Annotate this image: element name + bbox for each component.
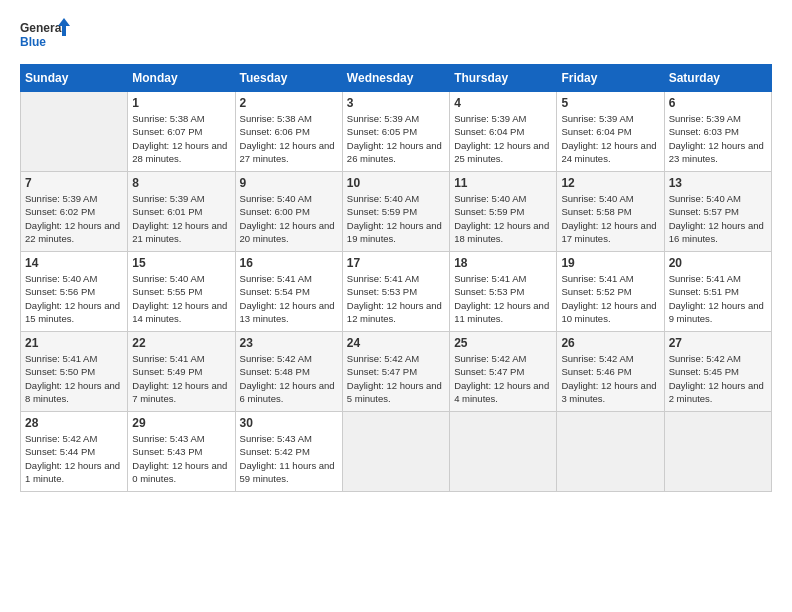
calendar-cell: 9Sunrise: 5:40 AM Sunset: 6:00 PM Daylig… [235,172,342,252]
calendar-cell: 12Sunrise: 5:40 AM Sunset: 5:58 PM Dayli… [557,172,664,252]
calendar-body: 1Sunrise: 5:38 AM Sunset: 6:07 PM Daylig… [21,92,772,492]
calendar-cell: 26Sunrise: 5:42 AM Sunset: 5:46 PM Dayli… [557,332,664,412]
calendar-cell [450,412,557,492]
day-info: Sunrise: 5:40 AM Sunset: 6:00 PM Dayligh… [240,192,338,245]
calendar-cell: 10Sunrise: 5:40 AM Sunset: 5:59 PM Dayli… [342,172,449,252]
day-number: 16 [240,256,338,270]
day-of-week-header: Wednesday [342,65,449,92]
calendar-week-row: 14Sunrise: 5:40 AM Sunset: 5:56 PM Dayli… [21,252,772,332]
days-of-week-row: SundayMondayTuesdayWednesdayThursdayFrid… [21,65,772,92]
day-info: Sunrise: 5:39 AM Sunset: 6:01 PM Dayligh… [132,192,230,245]
svg-text:General: General [20,21,65,35]
calendar-cell: 23Sunrise: 5:42 AM Sunset: 5:48 PM Dayli… [235,332,342,412]
day-info: Sunrise: 5:40 AM Sunset: 5:59 PM Dayligh… [347,192,445,245]
day-number: 7 [25,176,123,190]
calendar-cell: 15Sunrise: 5:40 AM Sunset: 5:55 PM Dayli… [128,252,235,332]
day-info: Sunrise: 5:39 AM Sunset: 6:05 PM Dayligh… [347,112,445,165]
calendar-cell: 14Sunrise: 5:40 AM Sunset: 5:56 PM Dayli… [21,252,128,332]
day-info: Sunrise: 5:42 AM Sunset: 5:47 PM Dayligh… [454,352,552,405]
calendar-cell: 5Sunrise: 5:39 AM Sunset: 6:04 PM Daylig… [557,92,664,172]
calendar-cell [342,412,449,492]
day-number: 10 [347,176,445,190]
day-info: Sunrise: 5:38 AM Sunset: 6:07 PM Dayligh… [132,112,230,165]
calendar-table: SundayMondayTuesdayWednesdayThursdayFrid… [20,64,772,492]
calendar-cell: 30Sunrise: 5:43 AM Sunset: 5:42 PM Dayli… [235,412,342,492]
day-of-week-header: Sunday [21,65,128,92]
day-info: Sunrise: 5:41 AM Sunset: 5:50 PM Dayligh… [25,352,123,405]
calendar-week-row: 21Sunrise: 5:41 AM Sunset: 5:50 PM Dayli… [21,332,772,412]
calendar-cell [21,92,128,172]
logo: General Blue [20,16,70,54]
day-info: Sunrise: 5:43 AM Sunset: 5:42 PM Dayligh… [240,432,338,485]
calendar-cell: 29Sunrise: 5:43 AM Sunset: 5:43 PM Dayli… [128,412,235,492]
day-info: Sunrise: 5:38 AM Sunset: 6:06 PM Dayligh… [240,112,338,165]
day-number: 15 [132,256,230,270]
calendar-cell: 27Sunrise: 5:42 AM Sunset: 5:45 PM Dayli… [664,332,771,412]
day-of-week-header: Thursday [450,65,557,92]
calendar-cell: 2Sunrise: 5:38 AM Sunset: 6:06 PM Daylig… [235,92,342,172]
day-number: 25 [454,336,552,350]
day-number: 24 [347,336,445,350]
day-info: Sunrise: 5:41 AM Sunset: 5:52 PM Dayligh… [561,272,659,325]
day-info: Sunrise: 5:39 AM Sunset: 6:04 PM Dayligh… [454,112,552,165]
calendar-cell: 20Sunrise: 5:41 AM Sunset: 5:51 PM Dayli… [664,252,771,332]
calendar-cell: 3Sunrise: 5:39 AM Sunset: 6:05 PM Daylig… [342,92,449,172]
day-info: Sunrise: 5:40 AM Sunset: 5:57 PM Dayligh… [669,192,767,245]
calendar-cell: 25Sunrise: 5:42 AM Sunset: 5:47 PM Dayli… [450,332,557,412]
day-number: 18 [454,256,552,270]
day-number: 3 [347,96,445,110]
calendar-header: SundayMondayTuesdayWednesdayThursdayFrid… [21,65,772,92]
calendar-cell: 1Sunrise: 5:38 AM Sunset: 6:07 PM Daylig… [128,92,235,172]
day-of-week-header: Tuesday [235,65,342,92]
day-number: 8 [132,176,230,190]
day-info: Sunrise: 5:40 AM Sunset: 5:55 PM Dayligh… [132,272,230,325]
day-info: Sunrise: 5:39 AM Sunset: 6:04 PM Dayligh… [561,112,659,165]
logo-svg: General Blue [20,16,70,54]
day-number: 1 [132,96,230,110]
day-info: Sunrise: 5:39 AM Sunset: 6:02 PM Dayligh… [25,192,123,245]
day-info: Sunrise: 5:43 AM Sunset: 5:43 PM Dayligh… [132,432,230,485]
day-number: 23 [240,336,338,350]
calendar-cell: 28Sunrise: 5:42 AM Sunset: 5:44 PM Dayli… [21,412,128,492]
calendar-cell: 18Sunrise: 5:41 AM Sunset: 5:53 PM Dayli… [450,252,557,332]
day-number: 12 [561,176,659,190]
calendar-week-row: 1Sunrise: 5:38 AM Sunset: 6:07 PM Daylig… [21,92,772,172]
day-number: 28 [25,416,123,430]
day-number: 30 [240,416,338,430]
calendar-cell: 13Sunrise: 5:40 AM Sunset: 5:57 PM Dayli… [664,172,771,252]
calendar-cell [557,412,664,492]
day-number: 4 [454,96,552,110]
day-info: Sunrise: 5:40 AM Sunset: 5:58 PM Dayligh… [561,192,659,245]
day-number: 20 [669,256,767,270]
day-info: Sunrise: 5:42 AM Sunset: 5:45 PM Dayligh… [669,352,767,405]
day-info: Sunrise: 5:42 AM Sunset: 5:48 PM Dayligh… [240,352,338,405]
calendar-cell: 16Sunrise: 5:41 AM Sunset: 5:54 PM Dayli… [235,252,342,332]
calendar-cell: 7Sunrise: 5:39 AM Sunset: 6:02 PM Daylig… [21,172,128,252]
calendar-week-row: 7Sunrise: 5:39 AM Sunset: 6:02 PM Daylig… [21,172,772,252]
day-of-week-header: Friday [557,65,664,92]
calendar-cell: 11Sunrise: 5:40 AM Sunset: 5:59 PM Dayli… [450,172,557,252]
calendar-cell: 4Sunrise: 5:39 AM Sunset: 6:04 PM Daylig… [450,92,557,172]
day-number: 14 [25,256,123,270]
day-number: 21 [25,336,123,350]
calendar-week-row: 28Sunrise: 5:42 AM Sunset: 5:44 PM Dayli… [21,412,772,492]
day-info: Sunrise: 5:41 AM Sunset: 5:51 PM Dayligh… [669,272,767,325]
calendar-cell: 6Sunrise: 5:39 AM Sunset: 6:03 PM Daylig… [664,92,771,172]
day-number: 19 [561,256,659,270]
day-info: Sunrise: 5:39 AM Sunset: 6:03 PM Dayligh… [669,112,767,165]
day-info: Sunrise: 5:41 AM Sunset: 5:53 PM Dayligh… [347,272,445,325]
day-info: Sunrise: 5:41 AM Sunset: 5:49 PM Dayligh… [132,352,230,405]
calendar-cell [664,412,771,492]
page-header: General Blue [20,16,772,54]
day-number: 29 [132,416,230,430]
day-info: Sunrise: 5:41 AM Sunset: 5:53 PM Dayligh… [454,272,552,325]
calendar-cell: 17Sunrise: 5:41 AM Sunset: 5:53 PM Dayli… [342,252,449,332]
day-of-week-header: Saturday [664,65,771,92]
day-info: Sunrise: 5:40 AM Sunset: 5:56 PM Dayligh… [25,272,123,325]
day-info: Sunrise: 5:42 AM Sunset: 5:44 PM Dayligh… [25,432,123,485]
day-info: Sunrise: 5:41 AM Sunset: 5:54 PM Dayligh… [240,272,338,325]
calendar-cell: 19Sunrise: 5:41 AM Sunset: 5:52 PM Dayli… [557,252,664,332]
day-info: Sunrise: 5:42 AM Sunset: 5:46 PM Dayligh… [561,352,659,405]
day-number: 11 [454,176,552,190]
svg-text:Blue: Blue [20,35,46,49]
